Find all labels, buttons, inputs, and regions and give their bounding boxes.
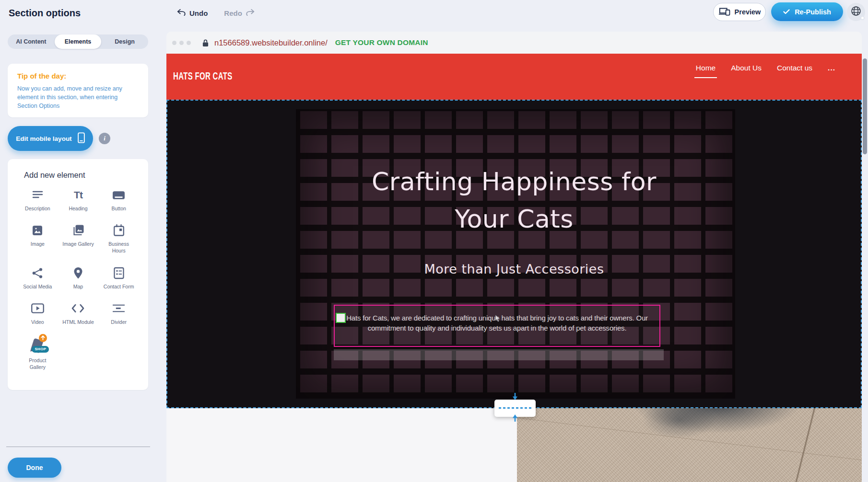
add-element-image-gallery[interactable]: Image Gallery <box>59 223 98 254</box>
tip-body: Now you can add, move and resize any ele… <box>17 84 138 110</box>
info-icon[interactable]: i <box>99 133 110 144</box>
button-icon <box>112 188 125 202</box>
add-element-social-media[interactable]: Social Media <box>18 266 57 290</box>
preview-label: Preview <box>735 8 761 16</box>
get-your-own-domain-link[interactable]: GET YOUR OWN DOMAIN <box>335 38 428 47</box>
edit-mobile-layout-button[interactable]: Edit mobile layout <box>8 126 93 151</box>
site-header: HATS FOR CATS Home About Us Contact us .… <box>166 54 862 100</box>
pavement-image <box>517 408 862 482</box>
language-globe-button[interactable] <box>847 3 865 21</box>
contact-form-icon <box>113 266 125 280</box>
check-icon <box>783 8 790 16</box>
add-element-button[interactable]: Button <box>99 188 138 212</box>
add-element-business-hours[interactable]: Business Hours <box>99 223 138 254</box>
site-logo[interactable]: HATS FOR CATS <box>173 70 233 82</box>
nav-item-home[interactable]: Home <box>696 64 716 72</box>
canvas-scrollbar-thumb[interactable] <box>863 58 867 154</box>
redo-label: Redo <box>224 9 242 17</box>
shop-badge: SHOP <box>32 346 49 353</box>
resize-dashed-line <box>499 407 531 409</box>
add-element-video[interactable]: Video <box>18 301 57 325</box>
mouse-cursor <box>495 314 501 324</box>
tab-ai-content[interactable]: AI Content <box>8 34 55 49</box>
undo-icon <box>176 9 186 17</box>
upgrade-arrow-badge <box>39 334 47 342</box>
hero-heading-line1: Crafting Happiness for <box>167 163 861 200</box>
add-element-image[interactable]: Image <box>18 223 57 254</box>
tip-of-the-day-card: Tip of the day: Now you can add, move an… <box>8 64 148 117</box>
business-hours-icon <box>113 223 125 238</box>
tab-elements[interactable]: Elements <box>55 34 102 49</box>
nav-more-button[interactable]: ... <box>828 64 835 72</box>
hero-paragraph-element-selected[interactable]: Hats for Cats, we are dedicated to craft… <box>334 305 660 347</box>
section-resize-handle[interactable] <box>494 400 536 417</box>
product-gallery-icon: SHOP <box>29 337 46 354</box>
resize-arrow-up-icon <box>512 414 518 424</box>
republish-button[interactable]: Re-Publish <box>771 2 843 21</box>
add-element-description[interactable]: Description <box>18 188 57 212</box>
map-icon <box>73 266 83 280</box>
lock-icon <box>202 39 209 47</box>
add-element-contact-form[interactable]: Contact Form <box>99 266 138 290</box>
done-button[interactable]: Done <box>8 458 61 478</box>
traffic-light-dots <box>172 41 191 45</box>
divider-icon <box>112 301 125 316</box>
republish-label: Re-Publish <box>795 8 831 16</box>
browser-chrome: n1566589.websitebuilder.online/ GET YOUR… <box>166 32 862 54</box>
image-icon <box>32 223 43 238</box>
phone-icon <box>78 132 85 145</box>
video-icon <box>31 301 44 316</box>
tip-title: Tip of the day: <box>17 72 139 80</box>
add-element-heading[interactable]: Tt Heading <box>59 188 98 212</box>
hero-heading[interactable]: Crafting Happiness for Your Cats <box>167 163 861 238</box>
element-hover-highlight <box>334 349 664 360</box>
add-element-html-module[interactable]: HTML Module <box>59 301 98 325</box>
add-new-element-panel: Add new element Description Tt Heading B… <box>8 159 148 390</box>
globe-notification-dot <box>860 16 865 20</box>
social-media-icon <box>32 266 43 280</box>
add-element-title: Add new element <box>24 171 85 180</box>
history-controls: Undo Redo <box>176 9 255 17</box>
website-builder-app: Section options Undo Redo Preview Re-Pub… <box>0 0 868 482</box>
element-drag-handle[interactable] <box>336 313 346 323</box>
resize-arrow-down-icon <box>512 393 518 402</box>
nav-item-contact-us[interactable]: Contact us <box>777 64 812 72</box>
hero-subheading[interactable]: More than Just Accessories <box>167 262 861 276</box>
tab-design[interactable]: Design <box>101 34 148 49</box>
page-title: Section options <box>9 8 81 19</box>
undo-button[interactable]: Undo <box>176 9 208 17</box>
site-nav: Home About Us Contact us ... <box>696 64 835 72</box>
preview-button[interactable]: Preview <box>713 3 766 21</box>
sidebar-tabs: AI Content Elements Design <box>8 34 148 49</box>
edit-mobile-label: Edit mobile layout <box>16 135 71 142</box>
redo-button[interactable]: Redo <box>224 9 255 17</box>
add-element-map[interactable]: Map <box>59 266 98 290</box>
site-url[interactable]: n1566589.websitebuilder.online/ <box>214 38 328 47</box>
sidebar-divider <box>6 447 150 447</box>
hero-heading-line2: Your Cats <box>167 200 861 238</box>
element-grid: Description Tt Heading Button Image <box>18 188 138 370</box>
undo-label: Undo <box>189 9 208 17</box>
add-element-product-gallery[interactable]: SHOP Product Gallery <box>18 337 57 370</box>
html-module-icon <box>71 301 84 316</box>
hero-section-selected[interactable]: Crafting Happiness for Your Cats More th… <box>166 100 862 408</box>
image-gallery-icon <box>72 223 84 238</box>
description-icon <box>32 188 44 202</box>
devices-icon <box>718 7 730 17</box>
redo-icon <box>246 9 255 17</box>
heading-icon: Tt <box>74 188 82 202</box>
add-element-divider[interactable]: Divider <box>99 301 138 325</box>
nav-item-about-us[interactable]: About Us <box>731 64 762 72</box>
